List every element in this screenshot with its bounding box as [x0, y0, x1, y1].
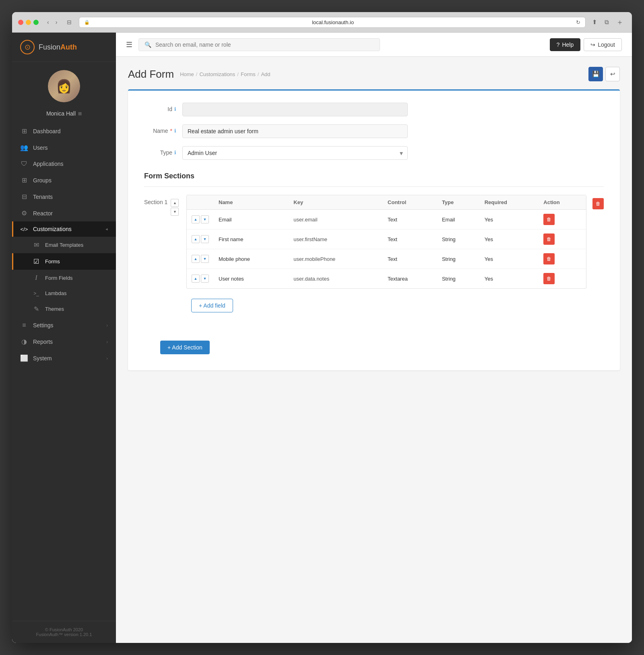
section-delete-button[interactable]: 🗑: [592, 198, 604, 209]
field-key-cell: user.data.notes: [289, 269, 383, 289]
reader-button[interactable]: ⊟: [64, 18, 75, 27]
name-row: Name * ℹ: [144, 124, 604, 138]
field-required-cell: Yes: [480, 269, 539, 289]
search-input[interactable]: [155, 41, 374, 48]
section-sort-buttons: ▲ ▼: [171, 199, 179, 216]
duplicate-button[interactable]: ⧉: [602, 16, 611, 28]
sidebar-item-applications[interactable]: 🛡 Applications: [12, 156, 116, 172]
table-row: ▲ ▼ First name user.firstName Text Strin…: [187, 229, 586, 249]
minimize-button[interactable]: [26, 20, 31, 25]
breadcrumb-customizations[interactable]: Customizations: [199, 71, 235, 77]
sidebar-item-tenants[interactable]: ⊟ Tenants: [12, 188, 116, 205]
breadcrumb-home[interactable]: Home: [180, 71, 194, 77]
field-sort-down-button[interactable]: ▼: [201, 275, 209, 283]
field-sort-up-button[interactable]: ▲: [192, 215, 200, 223]
sidebar-item-label: Tenants: [33, 194, 108, 200]
name-field[interactable]: [182, 124, 408, 138]
field-delete-button[interactable]: 🗑: [543, 273, 555, 284]
add-field-button[interactable]: + Add field: [191, 299, 233, 312]
logout-button[interactable]: ↪ Logout: [584, 38, 622, 51]
help-button[interactable]: ? Help: [550, 38, 581, 51]
sidebar-item-users[interactable]: 👥 Users: [12, 139, 116, 156]
save-button[interactable]: 💾: [588, 67, 603, 81]
groups-icon: ⊞: [20, 176, 28, 184]
sidebar-item-themes[interactable]: ✎ Themes: [12, 301, 116, 317]
help-label: Help: [562, 41, 574, 48]
help-icon: ?: [557, 41, 560, 48]
name-info-icon[interactable]: ℹ: [174, 128, 176, 134]
chevron-down-icon: ▾: [104, 228, 109, 230]
col-control: Control: [383, 195, 437, 210]
add-section-area: + Add Section: [144, 339, 604, 358]
field-sort-down-button[interactable]: ▼: [201, 215, 209, 223]
reload-button[interactable]: ↻: [576, 19, 580, 25]
field-sort-down-button[interactable]: ▼: [201, 255, 209, 263]
type-select[interactable]: Admin User Self Service User Registratio…: [182, 146, 408, 160]
table-row: ▲ ▼ User notes user.data.notes Textarea …: [187, 269, 586, 289]
edit-username-icon[interactable]: ⊞: [78, 111, 82, 116]
sidebar-item-reports[interactable]: ◑ Reports ›: [12, 333, 116, 350]
sidebar-item-reactor[interactable]: ⚙ Reactor: [12, 205, 116, 221]
sidebar-item-label: Themes: [45, 306, 108, 312]
table-header-row: Name Key Control Type Required Action: [187, 195, 586, 210]
section-sort-up-button[interactable]: ▲: [171, 199, 179, 207]
field-key-cell: user.mobilePhone: [289, 249, 383, 269]
page-content: Add Form Home / Customizations / Forms /…: [116, 57, 632, 643]
users-icon: 👥: [20, 144, 28, 151]
sidebar-item-settings[interactable]: ≡ Settings ›: [12, 317, 116, 333]
browser-actions: ⬆ ⧉ ＋: [590, 16, 626, 28]
tenants-icon: ⊟: [20, 193, 28, 200]
share-button[interactable]: ⬆: [590, 16, 600, 28]
id-field[interactable]: [182, 103, 408, 116]
field-type-cell: Email: [437, 210, 480, 229]
customizations-submenu: ✉ Email Templates ☑ Forms I Form Fields …: [12, 237, 116, 317]
field-delete-button[interactable]: 🗑: [543, 253, 555, 264]
sidebar-item-dashboard[interactable]: ⊞ Dashboard: [12, 123, 116, 139]
type-select-wrapper: Admin User Self Service User Registratio…: [182, 146, 408, 160]
menu-toggle-icon[interactable]: ☰: [126, 40, 132, 49]
new-tab-button[interactable]: ＋: [614, 16, 626, 28]
field-delete-button[interactable]: 🗑: [543, 233, 555, 245]
type-info-icon[interactable]: ℹ: [174, 150, 176, 155]
field-sort-up-button[interactable]: ▲: [192, 235, 200, 243]
sidebar: FusionAuth 👩 Monica Hall ⊞ ⊞ Dashboard 👥: [12, 33, 116, 643]
id-info-icon[interactable]: ℹ: [174, 106, 176, 112]
field-control-cell: Textarea: [383, 269, 437, 289]
sidebar-item-email-templates[interactable]: ✉ Email Templates: [12, 237, 116, 253]
save-icon: 💾: [592, 70, 600, 78]
sidebar-item-form-fields[interactable]: I Form Fields: [12, 270, 116, 286]
sidebar-item-lambdas[interactable]: >_ Lambdas: [12, 286, 116, 301]
field-sort-cell: ▲ ▼: [187, 210, 214, 229]
field-sort-down-button[interactable]: ▼: [201, 235, 209, 243]
avatar-image: 👩: [48, 70, 80, 102]
sidebar-item-system[interactable]: ⬜ System ›: [12, 350, 116, 366]
forward-nav-button[interactable]: ›: [53, 18, 60, 27]
id-label: Id ℹ: [144, 103, 176, 112]
sidebar-item-label: Settings: [33, 322, 101, 329]
sidebar-item-label: Applications: [33, 161, 108, 167]
themes-icon: ✎: [32, 305, 40, 313]
back-nav-button[interactable]: ‹: [45, 18, 52, 27]
field-control-cell: Text: [383, 249, 437, 269]
col-action: Action: [539, 195, 586, 210]
field-sort-buttons: ▲ ▼: [192, 235, 209, 243]
sidebar-item-customizations[interactable]: </> Customizations ▾: [12, 221, 116, 237]
lock-icon: 🔒: [84, 20, 90, 25]
breadcrumb-forms[interactable]: Forms: [241, 71, 256, 77]
app-container: FusionAuth 👩 Monica Hall ⊞ ⊞ Dashboard 👥: [12, 33, 632, 643]
section-sort-down-button[interactable]: ▼: [171, 208, 179, 216]
sidebar-item-groups[interactable]: ⊞ Groups: [12, 172, 116, 188]
maximize-button[interactable]: [33, 20, 39, 25]
field-sort-up-button[interactable]: ▲: [192, 255, 200, 263]
field-sort-buttons: ▲ ▼: [192, 275, 209, 283]
breadcrumb-sep: /: [196, 71, 198, 77]
field-action-cell: 🗑: [539, 269, 586, 289]
field-delete-button[interactable]: 🗑: [543, 214, 555, 225]
field-key-cell: user.email: [289, 210, 383, 229]
back-button[interactable]: ↩: [605, 67, 620, 81]
sidebar-item-label: Form Fields: [45, 275, 108, 281]
close-button[interactable]: [18, 20, 23, 25]
sidebar-item-forms[interactable]: ☑ Forms: [12, 253, 116, 270]
field-sort-up-button[interactable]: ▲: [192, 275, 200, 283]
add-section-button[interactable]: + Add Section: [160, 341, 210, 354]
